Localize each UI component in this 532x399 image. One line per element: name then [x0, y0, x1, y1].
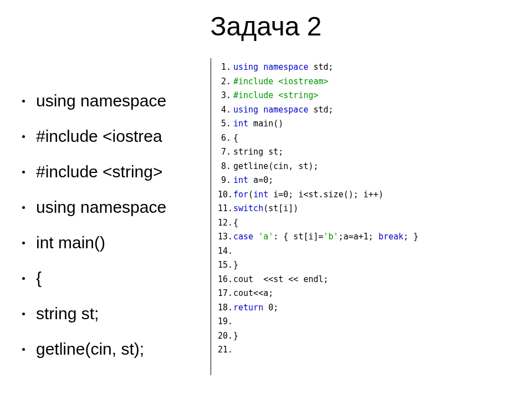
line-number: 5.: [218, 117, 233, 131]
code-text: int a=0;: [233, 173, 273, 188]
slide-content: using namespace#include <iostrea#include…: [0, 58, 532, 375]
bullet-text: #include <iostrea: [36, 127, 162, 146]
code-line: 6.{: [218, 131, 418, 146]
code-line: 19.: [218, 315, 418, 329]
line-number: 11.: [218, 202, 233, 216]
bullet-item: using namespace: [22, 198, 211, 217]
line-number: 2.: [218, 75, 233, 89]
line-number: 12.: [218, 216, 233, 231]
code-line: 16.cout <<st << endl;: [218, 273, 418, 287]
bullet-item: using namespace: [22, 91, 211, 110]
bullet-item: getline(cin, st);: [22, 340, 211, 359]
line-number: 14.: [218, 244, 233, 259]
code-line: 18.return 0;: [218, 301, 418, 315]
slide-title: Задача 2: [0, 0, 532, 58]
code-text: switch(st[i]): [233, 202, 298, 216]
line-number: 16.: [218, 273, 233, 287]
line-number: 10.: [218, 188, 233, 202]
bullet-list: using namespace#include <iostrea#include…: [22, 58, 211, 375]
bullet-item: int main(): [22, 233, 211, 252]
bullet-text: using namespace: [36, 198, 166, 217]
code-text: #include <iostream>: [233, 75, 329, 89]
bullet-dot-icon: [22, 313, 25, 315]
code-text: string st;: [233, 145, 283, 160]
code-line: 14.: [218, 244, 418, 259]
code-line: 20.}: [218, 329, 418, 344]
code-line: 17.cout<<a;: [218, 287, 418, 301]
code-text: #include <string>: [233, 89, 319, 103]
line-number: 4.: [218, 103, 233, 117]
bullet-dot-icon: [22, 206, 25, 209]
bullet-item: {: [22, 269, 211, 288]
line-number: 19.: [218, 315, 233, 329]
bullet-dot-icon: [22, 171, 25, 173]
line-number: 17.: [218, 287, 233, 301]
bullet-dot-icon: [22, 277, 25, 280]
bullet-text: string st;: [36, 304, 99, 323]
line-number: 21.: [218, 343, 233, 357]
bullet-dot-icon: [22, 100, 25, 103]
code-text: for(int i=0; i<st.size(); i++): [233, 188, 383, 202]
bullet-dot-icon: [22, 242, 25, 244]
code-text: int main(): [233, 117, 283, 131]
code-text: cout <<st << endl;: [233, 273, 329, 287]
bullet-dot-icon: [22, 348, 25, 351]
code-text: }: [233, 329, 238, 344]
code-line: 12.{: [218, 216, 418, 231]
line-number: 18.: [218, 301, 233, 315]
bullet-dot-icon: [22, 135, 25, 138]
code-line: 10.for(int i=0; i<st.size(); i++): [218, 188, 418, 202]
bullet-item: #include <iostrea: [22, 127, 211, 146]
code-line: 4.using namespace std;: [218, 103, 418, 117]
code-line: 8.getline(cin, st);: [218, 160, 418, 174]
code-text: }: [233, 258, 238, 273]
code-line: 9.int a=0;: [218, 173, 418, 188]
line-number: 15.: [218, 258, 233, 273]
code-text: case 'a': { st[i]='b';a=a+1; break; }: [233, 230, 418, 244]
code-line: 21.: [218, 343, 418, 357]
code-line: 1.using namespace std;: [218, 60, 418, 75]
line-number: 1.: [218, 60, 233, 75]
code-text: getline(cin, st);: [233, 160, 319, 174]
code-line: 5.int main(): [218, 117, 418, 131]
code-block: 1.using namespace std;2.#include <iostre…: [211, 58, 418, 375]
code-text: using namespace std;: [233, 60, 334, 75]
code-line: 2.#include <iostream>: [218, 75, 418, 89]
bullet-text: getline(cin, st);: [36, 340, 144, 359]
code-text: {: [233, 216, 238, 231]
code-line: 3.#include <string>: [218, 89, 418, 103]
code-text: using namespace std;: [233, 103, 334, 117]
line-number: 8.: [218, 160, 233, 174]
code-line: 11.switch(st[i]): [218, 202, 418, 216]
code-text: cout<<a;: [233, 287, 273, 301]
bullet-item: #include <string>: [22, 162, 211, 181]
code-line: 15.}: [218, 258, 418, 273]
bullet-text: using namespace: [36, 91, 166, 110]
line-number: 20.: [218, 329, 233, 344]
bullet-text: {: [36, 269, 42, 288]
line-number: 3.: [218, 89, 233, 103]
line-number: 7.: [218, 145, 233, 160]
code-text: return 0;: [233, 301, 278, 315]
line-number: 6.: [218, 131, 233, 146]
line-number: 13.: [218, 230, 233, 244]
bullet-text: #include <string>: [36, 162, 163, 181]
code-line: 7.string st;: [218, 145, 418, 160]
bullet-text: int main(): [36, 233, 105, 252]
code-text: {: [233, 131, 238, 146]
code-line: 13.case 'a': { st[i]='b';a=a+1; break; }: [218, 230, 418, 244]
line-number: 9.: [218, 173, 233, 188]
bullet-item: string st;: [22, 304, 211, 323]
